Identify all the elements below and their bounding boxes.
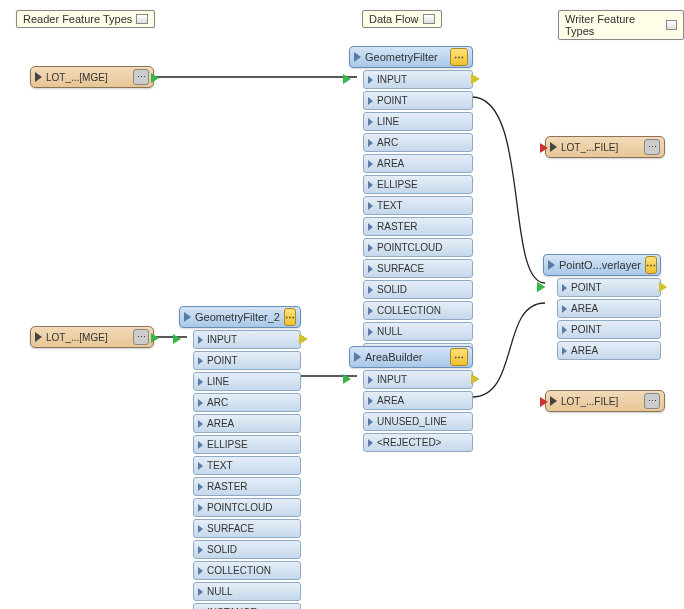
expand-icon	[562, 305, 567, 313]
port-unused-line[interactable]: UNUSED_LINE	[363, 412, 473, 431]
port-area[interactable]: AREA	[363, 154, 473, 173]
expand-icon	[198, 567, 203, 575]
port-area[interactable]: AREA	[193, 414, 301, 433]
writer-2-label: LOT_...FILE]	[561, 396, 640, 407]
transformer-pointoverlayer[interactable]: PointO...verlayer ⋯ POINT AREA POINT ARE…	[543, 254, 661, 360]
port-area-in[interactable]: AREA	[557, 299, 661, 318]
input-connector[interactable]	[540, 397, 548, 407]
port-input[interactable]: INPUT	[363, 370, 473, 389]
port-surface[interactable]: SURFACE	[193, 519, 301, 538]
properties-button[interactable]: ⋯	[133, 69, 149, 85]
expand-icon	[35, 72, 42, 82]
expand-icon	[548, 260, 555, 270]
port-arc[interactable]: ARC	[193, 393, 301, 412]
port-text[interactable]: TEXT	[363, 196, 473, 215]
expand-icon	[368, 118, 373, 126]
transformer-geometryfilter-2[interactable]: GeometryFilter_2 ⋯ INPUT POINT LINE ARC …	[179, 306, 301, 609]
expand-icon	[198, 504, 203, 512]
input-connector[interactable]	[173, 334, 181, 344]
expand-icon	[368, 139, 373, 147]
transformer-geometryfilter[interactable]: GeometryFilter ⋯ INPUT POINT LINE ARC AR…	[349, 46, 473, 362]
expand-icon	[368, 376, 373, 384]
output-connector[interactable]	[659, 282, 667, 292]
port-pointcloud[interactable]: POINTCLOUD	[363, 238, 473, 257]
expand-icon	[198, 336, 203, 344]
reader-column-label: Reader Feature Types	[23, 13, 132, 25]
properties-button[interactable]: ⋯	[644, 139, 660, 155]
writer-1-label: LOT_...FILE]	[561, 142, 640, 153]
expand-icon	[368, 202, 373, 210]
transformer-header[interactable]: AreaBuilder ⋯	[349, 346, 473, 368]
properties-button[interactable]: ⋯	[450, 348, 468, 366]
port-point[interactable]: POINT	[193, 351, 301, 370]
output-connector[interactable]	[299, 334, 307, 344]
transformer-title: AreaBuilder	[365, 351, 446, 363]
port-null[interactable]: NULL	[193, 582, 301, 601]
port-text[interactable]: TEXT	[193, 456, 301, 475]
port-point[interactable]: POINT	[363, 91, 473, 110]
input-connector[interactable]	[540, 143, 548, 153]
expand-icon	[198, 357, 203, 365]
transformer-areabuilder[interactable]: AreaBuilder ⋯ INPUT AREA UNUSED_LINE <RE…	[349, 346, 473, 452]
properties-button[interactable]: ⋯	[450, 48, 468, 66]
port-point-out[interactable]: POINT	[557, 320, 661, 339]
port-instance[interactable]: INSTANCE	[193, 603, 301, 609]
expand-icon	[198, 462, 203, 470]
port-point-in[interactable]: POINT	[557, 278, 661, 297]
port-pointcloud[interactable]: POINTCLOUD	[193, 498, 301, 517]
expand-icon	[368, 418, 373, 426]
expand-icon	[368, 76, 373, 84]
reader-feature-type-1[interactable]: LOT_...[MGE] ⋯	[30, 66, 154, 88]
port-ellipse[interactable]: ELLIPSE	[193, 435, 301, 454]
writer-column-header: Writer Feature Types	[558, 10, 684, 40]
properties-button[interactable]: ⋯	[644, 393, 660, 409]
writer-column-label: Writer Feature Types	[565, 13, 662, 37]
expand-icon	[368, 328, 373, 336]
output-connector[interactable]	[471, 374, 479, 384]
port-null[interactable]: NULL	[363, 322, 473, 341]
transformer-header[interactable]: GeometryFilter ⋯	[349, 46, 473, 68]
properties-button[interactable]: ⋯	[645, 256, 657, 274]
port-raster[interactable]: RASTER	[193, 477, 301, 496]
transformer-header[interactable]: GeometryFilter_2 ⋯	[179, 306, 301, 328]
expand-icon	[562, 284, 567, 292]
port-solid[interactable]: SOLID	[363, 280, 473, 299]
transformer-title: GeometryFilter	[365, 51, 446, 63]
port-raster[interactable]: RASTER	[363, 217, 473, 236]
port-line[interactable]: LINE	[363, 112, 473, 131]
expand-icon	[550, 142, 557, 152]
transformer-header[interactable]: PointO...verlayer ⋯	[543, 254, 661, 276]
port-surface[interactable]: SURFACE	[363, 259, 473, 278]
port-input[interactable]: INPUT	[193, 330, 301, 349]
writer-feature-type-1[interactable]: LOT_...FILE] ⋯	[545, 136, 665, 158]
port-area-out[interactable]: AREA	[557, 341, 661, 360]
port-arc[interactable]: ARC	[363, 133, 473, 152]
output-connector[interactable]	[151, 333, 159, 343]
input-connector[interactable]	[343, 74, 351, 84]
expand-icon	[354, 352, 361, 362]
port-collection[interactable]: COLLECTION	[363, 301, 473, 320]
expand-icon	[198, 399, 203, 407]
port-area[interactable]: AREA	[363, 391, 473, 410]
properties-button[interactable]: ⋯	[133, 329, 149, 345]
reader-feature-type-2[interactable]: LOT_...[MGE] ⋯	[30, 326, 154, 348]
expand-icon	[562, 326, 567, 334]
input-connector[interactable]	[343, 374, 351, 384]
writer-feature-type-2[interactable]: LOT_...FILE] ⋯	[545, 390, 665, 412]
tab-icon	[423, 14, 435, 24]
output-connector[interactable]	[151, 73, 159, 83]
reader-column-header: Reader Feature Types	[16, 10, 155, 28]
port-line[interactable]: LINE	[193, 372, 301, 391]
input-connector[interactable]	[537, 282, 545, 292]
port-rejected[interactable]: <REJECTED>	[363, 433, 473, 452]
expand-icon	[198, 525, 203, 533]
expand-icon	[562, 347, 567, 355]
port-input[interactable]: INPUT	[363, 70, 473, 89]
properties-button[interactable]: ⋯	[284, 308, 296, 326]
port-solid[interactable]: SOLID	[193, 540, 301, 559]
output-connector[interactable]	[471, 74, 479, 84]
port-ellipse[interactable]: ELLIPSE	[363, 175, 473, 194]
transformer-title: GeometryFilter_2	[195, 311, 280, 323]
expand-icon	[354, 52, 361, 62]
port-collection[interactable]: COLLECTION	[193, 561, 301, 580]
